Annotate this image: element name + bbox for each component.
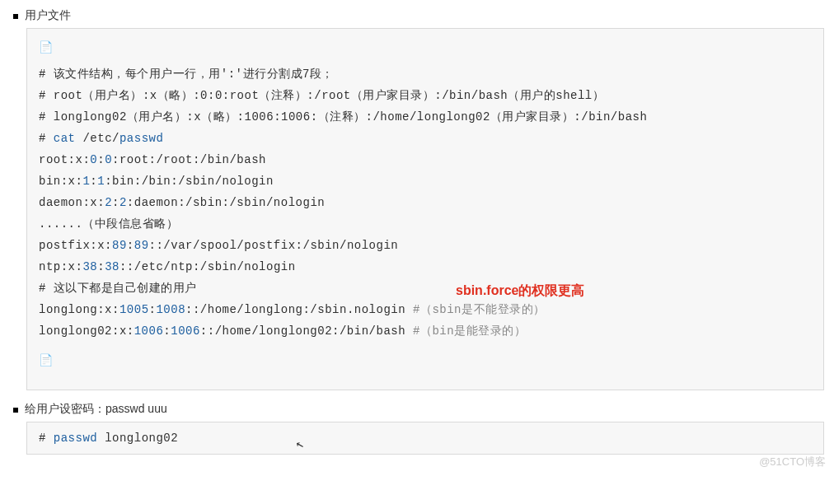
code-line: # longlong02（用户名）:x（略）:1006:1006:（注释）:/h…	[39, 106, 812, 128]
codeblock-passwd-file: 📄 # 该文件结构，每个用户一行，用':'进行分割成7段； # root（用户名…	[26, 28, 824, 390]
code-line: longlong02:x:1006:1006::/home/longlong02…	[39, 320, 812, 342]
code-line: daemon:x:2:2:daemon:/sbin:/sbin/nologin	[39, 192, 812, 213]
copy-icon[interactable]: 📄	[39, 37, 53, 58]
codeblock-passwd-cmd: # passwd longlong02 ↖	[26, 422, 824, 455]
section2-title: 给用户设密码：passwd uuu	[25, 402, 167, 417]
red-annotation: sbin.force的权限更高	[456, 282, 584, 300]
bullet-icon	[13, 408, 18, 413]
code-line: # cat /etc/passwd	[39, 128, 812, 149]
code-line: # root（用户名）:x（略）:0:0:root（注释）:/root（用户家目…	[39, 85, 812, 106]
section2-header: 给用户设密码：passwd uuu	[13, 402, 824, 417]
watermark: @51CTO博客	[759, 455, 826, 469]
code-line: root:x:0:0:root:/root:/bin/bash	[39, 149, 812, 170]
code-line: # 这以下都是自己创建的用户	[39, 278, 812, 299]
section1-title: 用户文件	[25, 8, 71, 23]
code-line: # passwd longlong02	[39, 427, 812, 449]
code-line: ......（中段信息省略）	[39, 213, 812, 235]
code-line: ntp:x:38:38::/etc/ntp:/sbin/nologin	[39, 256, 812, 278]
code-line: longlong:x:1005:1008::/home/longlong:/sb…	[39, 299, 812, 320]
copy-icon[interactable]: 📄	[39, 350, 53, 371]
section1-header: 用户文件	[13, 8, 824, 23]
bullet-icon	[13, 14, 18, 19]
code-line: # 该文件结构，每个用户一行，用':'进行分割成7段；	[39, 63, 812, 85]
code-line: bin:x:1:1:bin:/bin:/sbin/nologin	[39, 170, 812, 192]
code-line: postfix:x:89:89::/var/spool/postfix:/sbi…	[39, 235, 812, 256]
